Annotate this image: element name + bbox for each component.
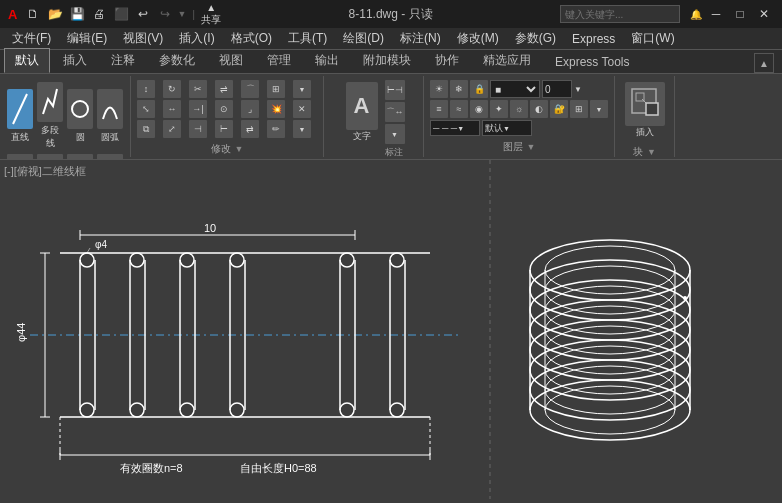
menu-draw[interactable]: 绘图(D) <box>335 28 392 49</box>
modify-edit-button[interactable]: ✏ <box>267 120 285 138</box>
tab-addins[interactable]: 附加模块 <box>352 48 422 73</box>
tab-output[interactable]: 输出 <box>304 48 350 73</box>
tab-featured[interactable]: 精选应用 <box>472 48 542 73</box>
layer-prev-button[interactable]: ☀ <box>430 80 448 98</box>
tab-insert[interactable]: 插入 <box>52 48 98 73</box>
app-logo: A <box>8 7 17 22</box>
modify-chamfer-button[interactable]: ⌟ <box>241 100 259 118</box>
layer-more-button[interactable]: ▼ <box>590 100 608 118</box>
print-button[interactable]: 🖨 <box>89 4 109 24</box>
layer-color-select[interactable]: ■ <box>490 80 540 98</box>
lineweight-select[interactable]: 默认 ▼ <box>482 120 532 136</box>
tab-default[interactable]: 默认 <box>4 48 50 73</box>
ribbon-group-annotation: A 文字 ⊢⊣ ⌒↔ ▼ 标注 注释 ▼ <box>324 76 424 157</box>
dim-aligned-button[interactable]: ⌒↔ <box>385 102 405 122</box>
modify-offset-button[interactable]: ⊙ <box>215 100 233 118</box>
modify-copy-button[interactable]: ⧉ <box>137 120 155 138</box>
svg-point-73 <box>683 296 687 300</box>
layer-isolate-button[interactable]: ◉ <box>470 100 488 118</box>
layer-number-input[interactable] <box>542 80 572 98</box>
maximize-button[interactable]: □ <box>730 4 750 24</box>
menu-modify[interactable]: 修改(M) <box>449 28 507 49</box>
menu-file[interactable]: 文件(F) <box>4 28 59 49</box>
undo-button[interactable]: ↩ <box>133 4 153 24</box>
layer-lock-button[interactable]: 🔒 <box>470 80 488 98</box>
svg-line-0 <box>13 94 27 124</box>
menu-dim[interactable]: 标注(N) <box>392 28 449 49</box>
layer-group-expand[interactable]: ▼ <box>527 142 536 152</box>
modify-break-button[interactable]: ⊣ <box>189 120 207 138</box>
tab-view[interactable]: 视图 <box>208 48 254 73</box>
tab-express-tools[interactable]: Express Tools <box>544 51 640 73</box>
tab-parametric[interactable]: 参数化 <box>148 48 206 73</box>
layer-match-button[interactable]: ≈ <box>450 100 468 118</box>
share-button[interactable]: ▲ 共享 <box>201 4 221 24</box>
ribbon-panel: 直线 多段线 圆 圆弧 □ ▦ <box>0 74 782 160</box>
dim-more-button[interactable]: ▼ <box>385 124 405 144</box>
tab-annotation[interactable]: 注释 <box>100 48 146 73</box>
minimize-button[interactable]: ─ <box>706 4 726 24</box>
modify-trim-button[interactable]: ✂ <box>189 80 207 98</box>
new-button[interactable]: 🗋 <box>23 4 43 24</box>
text-button[interactable]: A 文字 <box>343 80 381 145</box>
modify-move2-button[interactable]: ⤢ <box>163 120 181 138</box>
ribbon-group-draw: 直线 多段线 圆 圆弧 □ ▦ <box>0 76 131 157</box>
modify-mirror-button[interactable]: ⇌ <box>215 80 233 98</box>
tab-collab[interactable]: 协作 <box>424 48 470 73</box>
quick-access-toolbar: 🗋 📂 💾 🖨 ⬛ ↩ ↪ ▼ | ▲ 共享 <box>23 4 221 24</box>
modify-explode-button[interactable]: 💥 <box>267 100 285 118</box>
menu-edit[interactable]: 编辑(E) <box>59 28 115 49</box>
modify-move-button[interactable]: ↕ <box>137 80 155 98</box>
menu-insert[interactable]: 插入(I) <box>171 28 222 49</box>
modify-extend-button[interactable]: →| <box>189 100 207 118</box>
modify-reverse-button[interactable]: ⇄ <box>241 120 259 138</box>
modify-erase-button[interactable]: ✕ <box>293 100 311 118</box>
menu-view[interactable]: 视图(V) <box>115 28 171 49</box>
draw-circle-button[interactable]: 圆 <box>64 87 96 146</box>
draw-arc-button[interactable]: 圆弧 <box>94 87 126 146</box>
redo-button[interactable]: ↪ <box>155 4 175 24</box>
layer-off-button[interactable]: ◐ <box>530 100 548 118</box>
modify-stretch-button[interactable]: ↔ <box>163 100 181 118</box>
layer-freeze-vp-button[interactable]: ✦ <box>490 100 508 118</box>
save-button[interactable]: 💾 <box>67 4 87 24</box>
draw-line-button[interactable]: 直线 <box>4 87 36 146</box>
dim-linear-button[interactable]: ⊢⊣ <box>385 80 405 100</box>
ribbon-collapse-button[interactable]: ▲ <box>754 53 774 73</box>
plot-button[interactable]: ⬛ <box>111 4 131 24</box>
layer-dropdown-arrow[interactable]: ▼ <box>574 85 582 94</box>
menu-param[interactable]: 参数(G) <box>507 28 564 49</box>
modify-group-expand[interactable]: ▼ <box>235 144 244 154</box>
ribbon-right: ▲ <box>754 53 778 73</box>
user-area: 🔔 <box>690 9 702 20</box>
layer-on-button[interactable]: ☼ <box>510 100 528 118</box>
title-bar-left: A 🗋 📂 💾 🖨 ⬛ ↩ ↪ ▼ | ▲ 共享 <box>8 4 221 24</box>
title-bar-right: 🔔 ─ □ ✕ <box>560 4 774 24</box>
modify-extra-button[interactable]: ▼ <box>293 120 311 138</box>
close-button[interactable]: ✕ <box>754 4 774 24</box>
layer-freeze-button[interactable]: ❄ <box>450 80 468 98</box>
ribbon-tabs: 默认 插入 注释 参数化 视图 管理 输出 附加模块 协作 精选应用 Expre… <box>0 50 782 74</box>
ribbon-group-layer: ☀ ❄ 🔒 ■ ▼ ≡ ≈ ◉ ✦ ☼ ◐ 🔐 ⊞ ▼ <box>424 76 615 157</box>
menu-window[interactable]: 窗口(W) <box>623 28 682 49</box>
layer-lock2-button[interactable]: 🔐 <box>550 100 568 118</box>
insert-button[interactable]: 插入 <box>622 80 668 141</box>
drawing-area[interactable]: [-][俯视]二维线框 <box>0 160 782 499</box>
menu-express[interactable]: Express <box>564 30 623 48</box>
modify-array-button[interactable]: ⊞ <box>267 80 285 98</box>
menu-tools[interactable]: 工具(T) <box>280 28 335 49</box>
draw-polyline-button[interactable]: 多段线 <box>34 80 66 152</box>
layer-copy-button[interactable]: ⊞ <box>570 100 588 118</box>
modify-join-button[interactable]: ⊢ <box>215 120 233 138</box>
linetype-select[interactable]: ─ ─ ─ ▼ <box>430 120 480 136</box>
menu-format[interactable]: 格式(O) <box>223 28 280 49</box>
block-group-expand[interactable]: ▼ <box>647 147 656 157</box>
tab-manage[interactable]: 管理 <box>256 48 302 73</box>
modify-rotate-button[interactable]: ↻ <box>163 80 181 98</box>
modify-scale-button[interactable]: ⤡ <box>137 100 155 118</box>
search-input[interactable] <box>560 5 680 23</box>
modify-more-button[interactable]: ▼ <box>293 80 311 98</box>
open-button[interactable]: 📂 <box>45 4 65 24</box>
layer-props-button[interactable]: ≡ <box>430 100 448 118</box>
modify-fillet-button[interactable]: ⌒ <box>241 80 259 98</box>
